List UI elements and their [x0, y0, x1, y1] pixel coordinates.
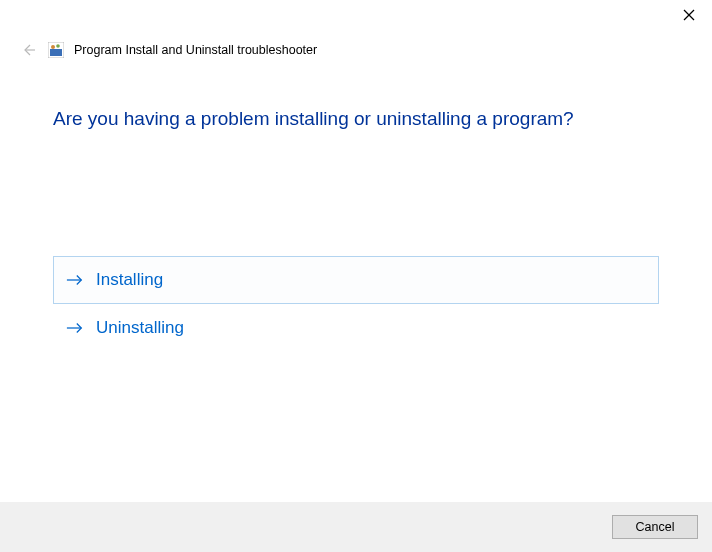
option-label: Uninstalling	[96, 318, 184, 338]
option-uninstalling[interactable]: Uninstalling	[53, 304, 659, 352]
arrow-right-icon	[66, 319, 84, 337]
titlebar	[0, 0, 712, 40]
cancel-button[interactable]: Cancel	[612, 515, 698, 539]
page-heading: Are you having a problem installing or u…	[53, 108, 659, 130]
back-arrow-icon	[20, 42, 36, 58]
svg-point-6	[56, 44, 60, 48]
close-button[interactable]	[666, 0, 712, 30]
svg-rect-4	[50, 49, 62, 56]
arrow-right-icon	[66, 271, 84, 289]
content-area: Are you having a problem installing or u…	[0, 60, 712, 352]
option-installing[interactable]: Installing	[53, 256, 659, 304]
footer: Cancel	[0, 502, 712, 552]
app-icon	[48, 42, 64, 58]
option-label: Installing	[96, 270, 163, 290]
close-icon	[683, 9, 695, 21]
header: Program Install and Uninstall troublesho…	[0, 40, 712, 60]
svg-point-5	[51, 45, 55, 49]
back-button	[18, 40, 38, 60]
window-title: Program Install and Uninstall troublesho…	[74, 43, 317, 57]
options-list: Installing Uninstalling	[53, 256, 659, 352]
